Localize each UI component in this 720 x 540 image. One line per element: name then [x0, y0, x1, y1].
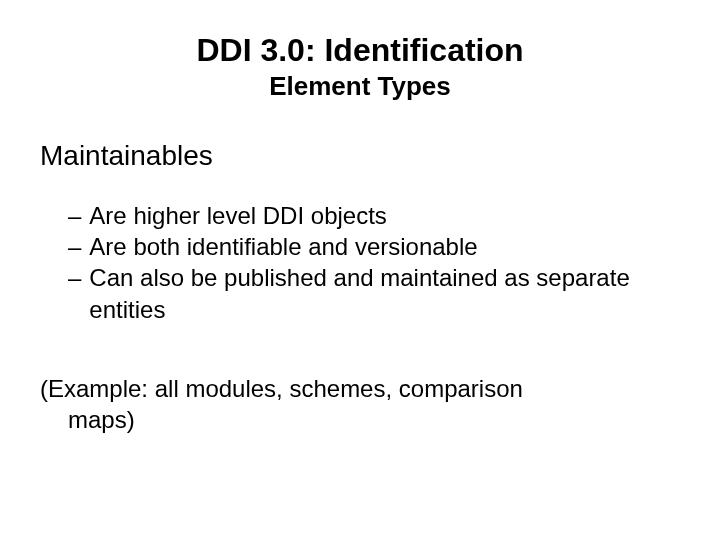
example-text: (Example: all modules, schemes, comparis…	[40, 373, 680, 435]
bullet-dash: –	[68, 262, 81, 293]
example-line-1: (Example: all modules, schemes, comparis…	[40, 373, 680, 404]
slide-title: DDI 3.0: Identification	[120, 32, 600, 69]
section-heading: Maintainables	[40, 140, 680, 172]
bullet-dash: –	[68, 200, 81, 231]
list-item: – Are both identifiable and versionable	[68, 231, 680, 262]
bullet-dash: –	[68, 231, 81, 262]
example-line-2: maps)	[68, 404, 680, 435]
bullet-text: Are both identifiable and versionable	[89, 231, 680, 262]
bullet-list: – Are higher level DDI objects – Are bot…	[68, 200, 680, 325]
slide-container: DDI 3.0: Identification Element Types Ma…	[0, 0, 720, 540]
bullet-text: Can also be published and maintained as …	[89, 262, 680, 324]
bullet-text: Are higher level DDI objects	[89, 200, 680, 231]
list-item: – Are higher level DDI objects	[68, 200, 680, 231]
list-item: – Can also be published and maintained a…	[68, 262, 680, 324]
slide-subtitle: Element Types	[40, 71, 680, 102]
